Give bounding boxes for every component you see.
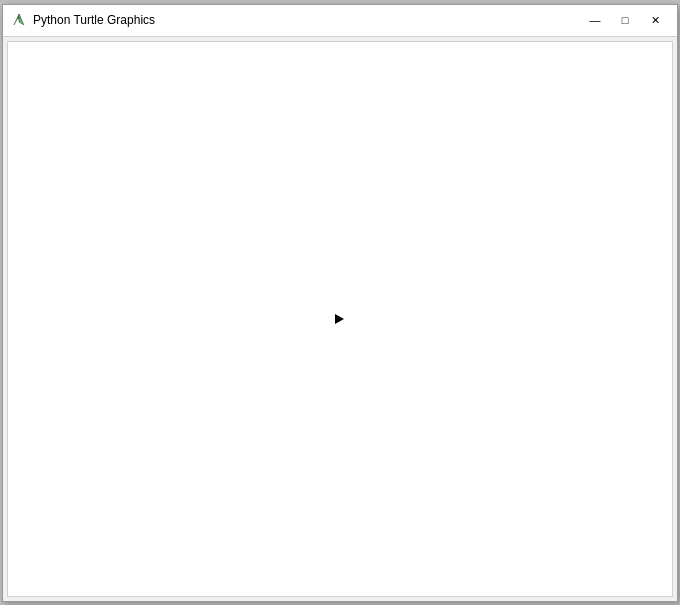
turtle-canvas [7, 41, 673, 597]
minimize-button[interactable]: — [581, 10, 609, 30]
window-title: Python Turtle Graphics [33, 13, 155, 27]
application-window: Python Turtle Graphics — □ ✕ [2, 4, 678, 602]
title-bar-left: Python Turtle Graphics [11, 12, 155, 28]
turtle-cursor [334, 313, 346, 325]
close-button[interactable]: ✕ [641, 10, 669, 30]
title-bar: Python Turtle Graphics — □ ✕ [3, 5, 677, 37]
maximize-button[interactable]: □ [611, 10, 639, 30]
window-controls: — □ ✕ [581, 10, 669, 30]
app-icon [11, 12, 27, 28]
svg-marker-0 [335, 314, 344, 324]
